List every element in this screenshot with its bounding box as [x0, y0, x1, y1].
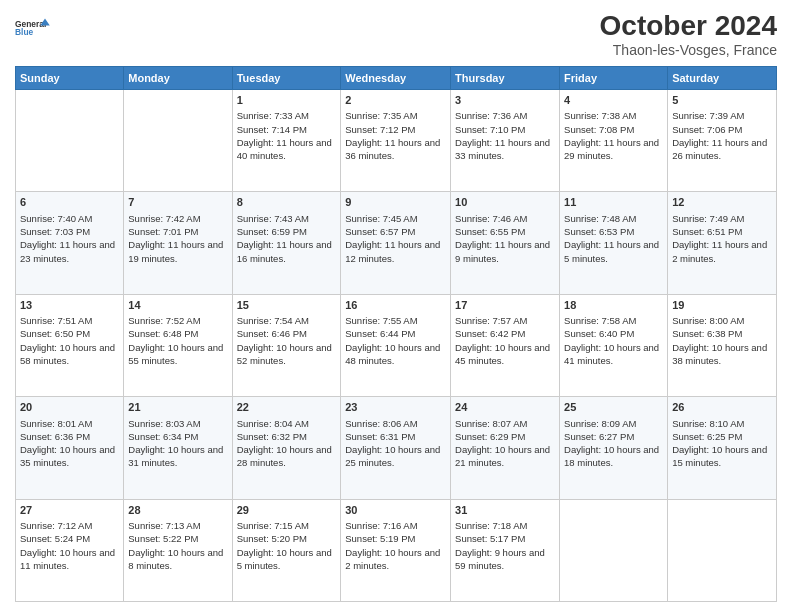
sunset-text: Sunset: 6:29 PM	[455, 431, 525, 442]
day-number: 31	[455, 503, 555, 518]
sunrise-text: Sunrise: 8:01 AM	[20, 418, 92, 429]
day-number: 2	[345, 93, 446, 108]
sunset-text: Sunset: 5:20 PM	[237, 533, 307, 544]
calendar-cell: 23 Sunrise: 8:06 AM Sunset: 6:31 PM Dayl…	[341, 397, 451, 499]
sunrise-text: Sunrise: 7:49 AM	[672, 213, 744, 224]
daylight-text: Daylight: 10 hours and 25 minutes.	[345, 444, 440, 468]
calendar-week-row: 1 Sunrise: 7:33 AM Sunset: 7:14 PM Dayli…	[16, 90, 777, 192]
calendar-cell: 6 Sunrise: 7:40 AM Sunset: 7:03 PM Dayli…	[16, 192, 124, 294]
day-number: 11	[564, 195, 663, 210]
sunset-text: Sunset: 6:51 PM	[672, 226, 742, 237]
sunset-text: Sunset: 6:38 PM	[672, 328, 742, 339]
daylight-text: Daylight: 10 hours and 55 minutes.	[128, 342, 223, 366]
calendar-cell: 19 Sunrise: 8:00 AM Sunset: 6:38 PM Dayl…	[668, 294, 777, 396]
sunrise-text: Sunrise: 7:35 AM	[345, 110, 417, 121]
header: General Blue October 2024 Thaon-les-Vosg…	[15, 10, 777, 58]
daylight-text: Daylight: 11 hours and 26 minutes.	[672, 137, 767, 161]
sunrise-text: Sunrise: 7:52 AM	[128, 315, 200, 326]
sunrise-text: Sunrise: 8:10 AM	[672, 418, 744, 429]
sunset-text: Sunset: 6:36 PM	[20, 431, 90, 442]
day-number: 9	[345, 195, 446, 210]
daylight-text: Daylight: 11 hours and 9 minutes.	[455, 239, 550, 263]
calendar-cell: 4 Sunrise: 7:38 AM Sunset: 7:08 PM Dayli…	[560, 90, 668, 192]
calendar-cell	[124, 90, 232, 192]
calendar-cell: 13 Sunrise: 7:51 AM Sunset: 6:50 PM Dayl…	[16, 294, 124, 396]
sunset-text: Sunset: 5:17 PM	[455, 533, 525, 544]
calendar-table: Sunday Monday Tuesday Wednesday Thursday…	[15, 66, 777, 602]
calendar-week-row: 20 Sunrise: 8:01 AM Sunset: 6:36 PM Dayl…	[16, 397, 777, 499]
daylight-text: Daylight: 10 hours and 15 minutes.	[672, 444, 767, 468]
day-number: 27	[20, 503, 119, 518]
sunset-text: Sunset: 6:32 PM	[237, 431, 307, 442]
daylight-text: Daylight: 10 hours and 45 minutes.	[455, 342, 550, 366]
daylight-text: Daylight: 10 hours and 31 minutes.	[128, 444, 223, 468]
title-block: October 2024 Thaon-les-Vosges, France	[600, 10, 777, 58]
day-number: 28	[128, 503, 227, 518]
day-number: 19	[672, 298, 772, 313]
daylight-text: Daylight: 10 hours and 11 minutes.	[20, 547, 115, 571]
calendar-cell	[560, 499, 668, 601]
sunrise-text: Sunrise: 7:13 AM	[128, 520, 200, 531]
calendar-cell: 17 Sunrise: 7:57 AM Sunset: 6:42 PM Dayl…	[451, 294, 560, 396]
calendar-cell: 12 Sunrise: 7:49 AM Sunset: 6:51 PM Dayl…	[668, 192, 777, 294]
daylight-text: Daylight: 10 hours and 5 minutes.	[237, 547, 332, 571]
daylight-text: Daylight: 10 hours and 18 minutes.	[564, 444, 659, 468]
day-number: 16	[345, 298, 446, 313]
calendar-cell: 22 Sunrise: 8:04 AM Sunset: 6:32 PM Dayl…	[232, 397, 341, 499]
sunrise-text: Sunrise: 7:58 AM	[564, 315, 636, 326]
page: General Blue October 2024 Thaon-les-Vosg…	[0, 0, 792, 612]
calendar-week-row: 27 Sunrise: 7:12 AM Sunset: 5:24 PM Dayl…	[16, 499, 777, 601]
calendar-cell: 11 Sunrise: 7:48 AM Sunset: 6:53 PM Dayl…	[560, 192, 668, 294]
logo-svg: General Blue	[15, 10, 51, 46]
sunset-text: Sunset: 5:22 PM	[128, 533, 198, 544]
calendar-cell: 24 Sunrise: 8:07 AM Sunset: 6:29 PM Dayl…	[451, 397, 560, 499]
day-number: 20	[20, 400, 119, 415]
calendar-cell: 3 Sunrise: 7:36 AM Sunset: 7:10 PM Dayli…	[451, 90, 560, 192]
calendar-cell: 18 Sunrise: 7:58 AM Sunset: 6:40 PM Dayl…	[560, 294, 668, 396]
daylight-text: Daylight: 11 hours and 16 minutes.	[237, 239, 332, 263]
col-sunday: Sunday	[16, 67, 124, 90]
day-number: 22	[237, 400, 337, 415]
day-number: 8	[237, 195, 337, 210]
day-number: 26	[672, 400, 772, 415]
sunrise-text: Sunrise: 8:06 AM	[345, 418, 417, 429]
sunset-text: Sunset: 6:48 PM	[128, 328, 198, 339]
sunset-text: Sunset: 7:06 PM	[672, 124, 742, 135]
sunset-text: Sunset: 6:42 PM	[455, 328, 525, 339]
sunrise-text: Sunrise: 7:40 AM	[20, 213, 92, 224]
sunrise-text: Sunrise: 7:54 AM	[237, 315, 309, 326]
day-number: 4	[564, 93, 663, 108]
day-number: 15	[237, 298, 337, 313]
sunset-text: Sunset: 6:31 PM	[345, 431, 415, 442]
day-number: 10	[455, 195, 555, 210]
sunset-text: Sunset: 6:57 PM	[345, 226, 415, 237]
sunset-text: Sunset: 5:19 PM	[345, 533, 415, 544]
sunrise-text: Sunrise: 8:04 AM	[237, 418, 309, 429]
daylight-text: Daylight: 10 hours and 48 minutes.	[345, 342, 440, 366]
calendar-cell: 1 Sunrise: 7:33 AM Sunset: 7:14 PM Dayli…	[232, 90, 341, 192]
sunrise-text: Sunrise: 7:57 AM	[455, 315, 527, 326]
day-number: 24	[455, 400, 555, 415]
calendar-cell: 7 Sunrise: 7:42 AM Sunset: 7:01 PM Dayli…	[124, 192, 232, 294]
day-number: 25	[564, 400, 663, 415]
calendar-cell: 16 Sunrise: 7:55 AM Sunset: 6:44 PM Dayl…	[341, 294, 451, 396]
daylight-text: Daylight: 10 hours and 28 minutes.	[237, 444, 332, 468]
calendar-cell: 9 Sunrise: 7:45 AM Sunset: 6:57 PM Dayli…	[341, 192, 451, 294]
daylight-text: Daylight: 10 hours and 58 minutes.	[20, 342, 115, 366]
calendar-cell: 20 Sunrise: 8:01 AM Sunset: 6:36 PM Dayl…	[16, 397, 124, 499]
col-saturday: Saturday	[668, 67, 777, 90]
daylight-text: Daylight: 11 hours and 36 minutes.	[345, 137, 440, 161]
sunset-text: Sunset: 6:46 PM	[237, 328, 307, 339]
daylight-text: Daylight: 10 hours and 38 minutes.	[672, 342, 767, 366]
sunset-text: Sunset: 6:55 PM	[455, 226, 525, 237]
daylight-text: Daylight: 11 hours and 12 minutes.	[345, 239, 440, 263]
sunset-text: Sunset: 6:25 PM	[672, 431, 742, 442]
daylight-text: Daylight: 11 hours and 29 minutes.	[564, 137, 659, 161]
sunset-text: Sunset: 7:10 PM	[455, 124, 525, 135]
calendar-cell: 2 Sunrise: 7:35 AM Sunset: 7:12 PM Dayli…	[341, 90, 451, 192]
logo: General Blue	[15, 10, 51, 46]
calendar-cell: 28 Sunrise: 7:13 AM Sunset: 5:22 PM Dayl…	[124, 499, 232, 601]
calendar-cell: 5 Sunrise: 7:39 AM Sunset: 7:06 PM Dayli…	[668, 90, 777, 192]
sunset-text: Sunset: 6:50 PM	[20, 328, 90, 339]
col-wednesday: Wednesday	[341, 67, 451, 90]
